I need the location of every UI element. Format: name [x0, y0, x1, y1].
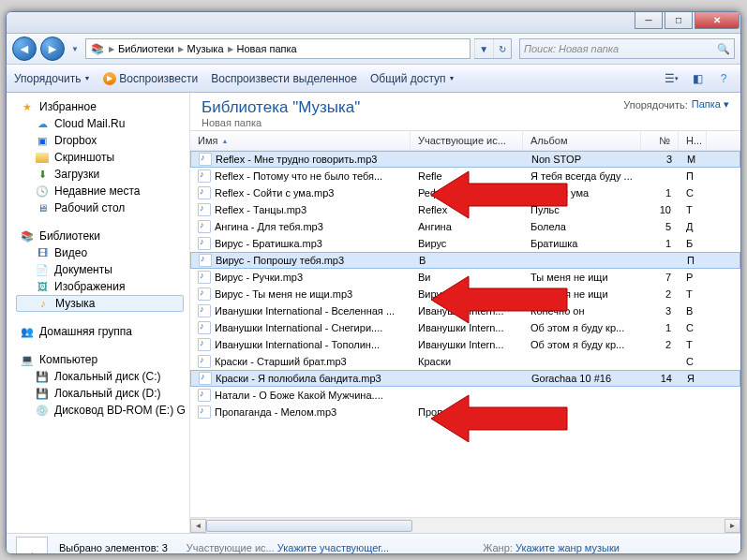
file-extra: Т [679, 288, 707, 300]
horizontal-scrollbar[interactable]: ◄ ► [190, 517, 740, 533]
sidebar-item-documents[interactable]: 📄Документы [16, 261, 189, 278]
file-row[interactable]: Натали - О Боже Какой Мужчина.... [190, 387, 740, 404]
mp3-file-icon [199, 254, 212, 267]
sidebar-favorites[interactable]: ★Избранное [16, 98, 189, 115]
file-name: Ангина - Для тебя.mp3 [215, 221, 323, 232]
library-icon: 📚 [20, 229, 35, 243]
column-album[interactable]: Альбом [523, 131, 641, 150]
file-row[interactable]: Reflex - Сойти с ума.mp3РефлексСойти с у… [190, 184, 740, 201]
sidebar-item-disk-d[interactable]: 💾Локальный диск (D:) [16, 385, 189, 402]
file-artist: Рефлекс [411, 187, 523, 199]
file-artist: Reflex [411, 204, 523, 215]
mp3-file-icon [198, 169, 211, 183]
scrollbar-thumb[interactable] [206, 520, 412, 532]
file-album: Ты меня не ищи [523, 288, 641, 300]
minimize-button[interactable]: ─ [635, 12, 663, 29]
file-album: Gorachaa 10 #16 [524, 373, 642, 384]
arrange-dropdown[interactable]: Папка ▾ [692, 98, 729, 111]
sidebar-item-screenshots[interactable]: Скриншоты [16, 149, 189, 166]
sidebar-item-images[interactable]: 🖼Изображения [16, 278, 189, 295]
maximize-button[interactable]: □ [665, 12, 693, 29]
file-tracknum: 14 [642, 373, 680, 384]
sidebar-item-music[interactable]: ♪Музыка [16, 295, 184, 312]
file-extra: С [679, 356, 707, 367]
scroll-left-button[interactable]: ◄ [190, 519, 206, 533]
search-placeholder: Поиск: Новая папка [524, 43, 619, 54]
breadcrumb[interactable]: Библиотеки [118, 43, 174, 54]
toolbar: Упорядочить▼ ▶Воспроизвести Воспроизвест… [7, 65, 740, 93]
sidebar-homegroup[interactable]: 👥Домашняя группа [16, 323, 189, 340]
status-artist-value[interactable]: Укажите участвующег... [277, 542, 389, 553]
column-extra[interactable]: Н... [679, 131, 707, 150]
disk-icon: 💾 [35, 387, 50, 400]
sidebar-item-video[interactable]: 🎞Видео [16, 244, 189, 261]
organize-menu[interactable]: Упорядочить▼ [14, 72, 90, 85]
file-row[interactable]: Reflex - Танцы.mp3ReflexПульс10Т [190, 201, 740, 218]
file-extra: П [680, 255, 708, 266]
file-row[interactable]: Вирус - Братишка.mp3ВирусБратишка1Б [190, 235, 740, 252]
sidebar-item-cloudmail[interactable]: ☁Cloud Mail.Ru [16, 115, 189, 132]
file-album: Болела [523, 221, 641, 232]
library-subtitle: Новая папка [202, 117, 360, 128]
file-row[interactable]: Reflex - Мне трудно говорить.mp3Non STOP… [190, 151, 740, 168]
homegroup-icon: 👥 [20, 325, 35, 338]
view-options-button[interactable]: ☰▾ [662, 69, 680, 88]
breadcrumb[interactable]: Музыка [187, 43, 224, 54]
file-artist: Refle [411, 170, 523, 182]
file-row[interactable]: Ангина - Для тебя.mp3АнгинаБолела5Д [190, 218, 740, 235]
sidebar-item-bdrom[interactable]: 💿Дисковод BD-ROM (E:) G [16, 402, 189, 419]
file-extra: Т [679, 339, 707, 350]
sidebar-item-downloads[interactable]: ⬇Загрузки [16, 166, 189, 183]
close-button[interactable]: ✕ [695, 12, 740, 29]
back-button[interactable]: ◄ [12, 37, 37, 61]
refresh-button[interactable]: ↻ [493, 39, 512, 58]
sidebar-item-dropbox[interactable]: ▣Dropbox [16, 132, 189, 149]
file-tracknum: 1 [641, 238, 679, 249]
file-row[interactable]: Краски - Старший брат.mp3КраскиС [190, 353, 740, 370]
file-row[interactable]: Reflex - Потому что не было тебя...Refle… [190, 168, 740, 184]
disk-icon: 💾 [35, 370, 50, 383]
file-row[interactable]: Иванушки International - Снегири....Иван… [190, 319, 740, 336]
breadcrumb[interactable]: Новая папка [237, 43, 297, 54]
column-name[interactable]: Имя▲ [190, 131, 411, 150]
sidebar-item-recent[interactable]: 🕓Недавние места [16, 183, 189, 199]
scroll-right-button[interactable]: ► [725, 519, 740, 533]
dropbox-icon: ▣ [35, 134, 50, 147]
sidebar-computer[interactable]: 💻Компьютер [16, 351, 189, 368]
nav-history-dropdown[interactable]: ▼ [68, 39, 82, 58]
file-name: Вирус - Попрошу тебя.mp3 [216, 255, 344, 266]
play-button[interactable]: ▶Воспроизвести [103, 72, 198, 85]
mp3-file-icon [198, 237, 211, 250]
file-artist: Ви [411, 272, 523, 283]
address-dropdown[interactable]: ▼ [474, 39, 493, 58]
download-icon: ⬇ [35, 168, 50, 181]
file-row[interactable]: Иванушки International - Вселенная ...Ив… [190, 302, 740, 319]
file-row[interactable]: Вирус - Ручки.mp3ВиТы меня не ищи7Р [190, 269, 740, 286]
file-row[interactable]: Вирус - Попрошу тебя.mp3ВП [190, 252, 740, 269]
file-row[interactable]: Пропаганда - Мелом.mp3ПропагандаДетки [190, 404, 740, 420]
play-selection-button[interactable]: Воспроизвести выделенное [211, 72, 357, 85]
status-genre-value[interactable]: Укажите жанр музыки [515, 542, 620, 553]
column-artist[interactable]: Участвующие ис... [411, 131, 523, 150]
preview-pane-button[interactable]: ◧ [688, 69, 707, 88]
file-row[interactable]: Вирус - Ты меня не ищи.mp3ВирусТы меня н… [190, 286, 740, 302]
search-input[interactable]: Поиск: Новая папка 🔍 [519, 38, 735, 59]
search-icon: 🔍 [717, 43, 730, 55]
file-name: Иванушки International - Тополин... [215, 339, 380, 350]
file-row[interactable]: Иванушки International - Тополин...Ивану… [190, 336, 740, 353]
column-number[interactable]: № [641, 131, 679, 150]
sidebar-item-desktop[interactable]: 🖥Рабочий стол [16, 199, 189, 216]
address-bar[interactable]: 📚 ▶ Библиотеки ▶ Музыка ▶ Новая папка [85, 38, 471, 59]
help-button[interactable]: ? [714, 69, 733, 88]
sidebar-libraries[interactable]: 📚Библиотеки [16, 228, 189, 244]
file-list[interactable]: Reflex - Мне трудно говорить.mp3Non STOP… [190, 151, 740, 517]
mp3-file-icon [198, 304, 211, 317]
computer-icon: 💻 [20, 353, 35, 366]
file-name: Вирус - Ручки.mp3 [215, 272, 303, 283]
sidebar-item-disk-c[interactable]: 💾Локальный диск (C:) [16, 368, 189, 385]
forward-button[interactable]: ► [40, 37, 65, 61]
mp3-icon: ♪MP3 [16, 537, 48, 555]
file-row[interactable]: Краски - Я полюбила бандита.mp3Gorachaa … [190, 370, 740, 387]
main-pane: Библиотека "Музыка" Новая папка Упорядоч… [190, 93, 740, 533]
share-menu[interactable]: Общий доступ▼ [370, 72, 456, 85]
